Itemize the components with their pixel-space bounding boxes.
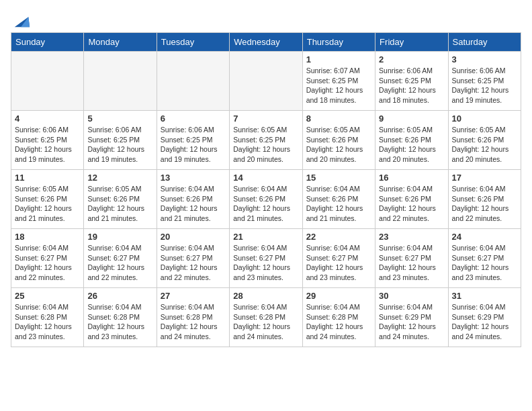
calendar-cell: 17Sunrise: 6:04 AMSunset: 6:26 PMDayligh…: [448, 170, 521, 229]
calendar-cell: [157, 52, 229, 111]
week-row-2: 4Sunrise: 6:06 AMSunset: 6:25 PMDaylight…: [11, 111, 521, 170]
calendar-cell: 30Sunrise: 6:04 AMSunset: 6:29 PMDayligh…: [375, 288, 448, 347]
week-row-1: 1Sunrise: 6:07 AMSunset: 6:25 PMDaylight…: [11, 52, 521, 111]
calendar-cell: 16Sunrise: 6:04 AMSunset: 6:26 PMDayligh…: [375, 170, 448, 229]
day-number: 1: [306, 54, 371, 64]
day-info: Sunrise: 6:05 AMSunset: 6:26 PMDaylight:…: [87, 184, 152, 224]
day-number: 13: [161, 173, 226, 183]
day-number: 3: [452, 54, 517, 64]
week-row-3: 11Sunrise: 6:05 AMSunset: 6:26 PMDayligh…: [11, 170, 521, 229]
day-number: 28: [233, 291, 298, 301]
day-number: 5: [87, 113, 152, 124]
calendar-cell: 2Sunrise: 6:06 AMSunset: 6:25 PMDaylight…: [375, 52, 448, 111]
weekday-header-sunday: Sunday: [11, 33, 84, 52]
calendar-cell: 20Sunrise: 6:04 AMSunset: 6:27 PMDayligh…: [157, 229, 229, 288]
weekday-header-thursday: Thursday: [302, 33, 375, 52]
logo: [11, 11, 31, 27]
day-info: Sunrise: 6:06 AMSunset: 6:25 PMDaylight:…: [87, 125, 152, 165]
calendar-cell: 11Sunrise: 6:05 AMSunset: 6:26 PMDayligh…: [11, 170, 84, 229]
day-info: Sunrise: 6:04 AMSunset: 6:28 PMDaylight:…: [233, 302, 298, 342]
day-info: Sunrise: 6:04 AMSunset: 6:26 PMDaylight:…: [233, 184, 298, 224]
day-info: Sunrise: 6:06 AMSunset: 6:25 PMDaylight:…: [452, 66, 517, 105]
day-number: 14: [233, 173, 298, 183]
calendar-cell: 27Sunrise: 6:04 AMSunset: 6:28 PMDayligh…: [157, 288, 229, 347]
day-number: 24: [452, 232, 517, 242]
day-number: 25: [15, 291, 80, 301]
calendar-cell: 5Sunrise: 6:06 AMSunset: 6:25 PMDaylight…: [84, 111, 157, 170]
calendar-cell: 12Sunrise: 6:05 AMSunset: 6:26 PMDayligh…: [84, 170, 157, 229]
day-number: 16: [379, 173, 444, 183]
day-number: 30: [379, 291, 444, 301]
day-number: 19: [87, 232, 152, 242]
calendar-cell: 25Sunrise: 6:04 AMSunset: 6:28 PMDayligh…: [11, 288, 84, 347]
calendar-cell: 31Sunrise: 6:04 AMSunset: 6:29 PMDayligh…: [448, 288, 521, 347]
day-info: Sunrise: 6:04 AMSunset: 6:28 PMDaylight:…: [15, 302, 80, 342]
calendar-cell: 21Sunrise: 6:04 AMSunset: 6:27 PMDayligh…: [230, 229, 302, 288]
day-info: Sunrise: 6:04 AMSunset: 6:27 PMDaylight:…: [452, 243, 517, 283]
calendar-cell: 18Sunrise: 6:04 AMSunset: 6:27 PMDayligh…: [11, 229, 84, 288]
day-info: Sunrise: 6:04 AMSunset: 6:28 PMDaylight:…: [306, 302, 371, 342]
calendar-cell: 26Sunrise: 6:04 AMSunset: 6:28 PMDayligh…: [84, 288, 157, 347]
week-row-5: 25Sunrise: 6:04 AMSunset: 6:28 PMDayligh…: [11, 288, 521, 347]
calendar-cell: 28Sunrise: 6:04 AMSunset: 6:28 PMDayligh…: [230, 288, 302, 347]
calendar-cell: 1Sunrise: 6:07 AMSunset: 6:25 PMDaylight…: [302, 52, 375, 111]
week-row-4: 18Sunrise: 6:04 AMSunset: 6:27 PMDayligh…: [11, 229, 521, 288]
day-number: 22: [306, 232, 371, 242]
calendar-cell: 13Sunrise: 6:04 AMSunset: 6:26 PMDayligh…: [157, 170, 229, 229]
day-info: Sunrise: 6:04 AMSunset: 6:27 PMDaylight:…: [161, 243, 226, 283]
day-number: 8: [306, 113, 371, 124]
day-number: 9: [379, 113, 444, 124]
day-info: Sunrise: 6:07 AMSunset: 6:25 PMDaylight:…: [306, 66, 371, 105]
day-number: 29: [306, 291, 371, 301]
day-number: 20: [161, 232, 226, 242]
weekday-header-monday: Monday: [84, 33, 157, 52]
day-info: Sunrise: 6:04 AMSunset: 6:26 PMDaylight:…: [161, 184, 226, 224]
calendar-cell: [230, 52, 302, 111]
day-info: Sunrise: 6:04 AMSunset: 6:28 PMDaylight:…: [161, 302, 226, 342]
calendar-table: SundayMondayTuesdayWednesdayThursdayFrid…: [11, 32, 521, 347]
calendar-cell: 7Sunrise: 6:05 AMSunset: 6:25 PMDaylight…: [230, 111, 302, 170]
day-info: Sunrise: 6:04 AMSunset: 6:26 PMDaylight:…: [306, 184, 371, 224]
day-info: Sunrise: 6:05 AMSunset: 6:26 PMDaylight:…: [15, 184, 80, 224]
day-number: 26: [87, 291, 152, 301]
day-number: 2: [379, 54, 444, 64]
calendar-cell: 4Sunrise: 6:06 AMSunset: 6:25 PMDaylight…: [11, 111, 84, 170]
calendar-cell: 22Sunrise: 6:04 AMSunset: 6:27 PMDayligh…: [302, 229, 375, 288]
calendar-cell: 8Sunrise: 6:05 AMSunset: 6:26 PMDaylight…: [302, 111, 375, 170]
weekday-header-saturday: Saturday: [448, 33, 521, 52]
day-info: Sunrise: 6:05 AMSunset: 6:26 PMDaylight:…: [379, 125, 444, 165]
day-number: 18: [15, 232, 80, 242]
day-number: 17: [452, 173, 517, 183]
day-number: 6: [161, 113, 226, 124]
day-info: Sunrise: 6:05 AMSunset: 6:26 PMDaylight:…: [306, 125, 371, 165]
day-info: Sunrise: 6:04 AMSunset: 6:28 PMDaylight:…: [87, 302, 152, 342]
logo-icon: [12, 11, 31, 30]
day-number: 7: [233, 113, 298, 124]
day-info: Sunrise: 6:04 AMSunset: 6:26 PMDaylight:…: [452, 184, 517, 224]
day-info: Sunrise: 6:06 AMSunset: 6:25 PMDaylight:…: [379, 66, 444, 105]
calendar-cell: 19Sunrise: 6:04 AMSunset: 6:27 PMDayligh…: [84, 229, 157, 288]
day-info: Sunrise: 6:04 AMSunset: 6:27 PMDaylight:…: [306, 243, 371, 283]
day-number: 11: [15, 173, 80, 183]
calendar-cell: 3Sunrise: 6:06 AMSunset: 6:25 PMDaylight…: [448, 52, 521, 111]
calendar-cell: 23Sunrise: 6:04 AMSunset: 6:27 PMDayligh…: [375, 229, 448, 288]
weekday-header-friday: Friday: [375, 33, 448, 52]
day-number: 31: [452, 291, 517, 301]
day-info: Sunrise: 6:04 AMSunset: 6:29 PMDaylight:…: [379, 302, 444, 342]
day-number: 15: [306, 173, 371, 183]
day-number: 12: [87, 173, 152, 183]
weekday-header-wednesday: Wednesday: [230, 33, 302, 52]
calendar-cell: 15Sunrise: 6:04 AMSunset: 6:26 PMDayligh…: [302, 170, 375, 229]
calendar-cell: 29Sunrise: 6:04 AMSunset: 6:28 PMDayligh…: [302, 288, 375, 347]
day-info: Sunrise: 6:06 AMSunset: 6:25 PMDaylight:…: [15, 125, 80, 165]
day-number: 27: [161, 291, 226, 301]
weekday-header-row: SundayMondayTuesdayWednesdayThursdayFrid…: [11, 33, 521, 52]
calendar-cell: 14Sunrise: 6:04 AMSunset: 6:26 PMDayligh…: [230, 170, 302, 229]
day-info: Sunrise: 6:05 AMSunset: 6:25 PMDaylight:…: [233, 125, 298, 165]
day-info: Sunrise: 6:04 AMSunset: 6:29 PMDaylight:…: [452, 302, 517, 342]
calendar-cell: 9Sunrise: 6:05 AMSunset: 6:26 PMDaylight…: [375, 111, 448, 170]
day-number: 21: [233, 232, 298, 242]
day-info: Sunrise: 6:06 AMSunset: 6:25 PMDaylight:…: [161, 125, 226, 165]
calendar-cell: 10Sunrise: 6:05 AMSunset: 6:26 PMDayligh…: [448, 111, 521, 170]
calendar-cell: 6Sunrise: 6:06 AMSunset: 6:25 PMDaylight…: [157, 111, 229, 170]
